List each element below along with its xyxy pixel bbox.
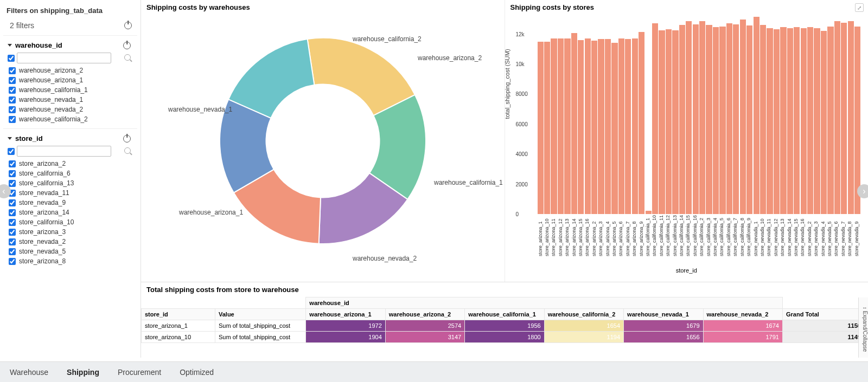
filter-item-checkbox[interactable] bbox=[9, 67, 16, 74]
bar[interactable] bbox=[686, 21, 692, 214]
filter-item[interactable]: warehouse_california_2 bbox=[5, 114, 135, 124]
filter-select-all-checkbox[interactable] bbox=[8, 148, 15, 155]
filter-select-all-checkbox[interactable] bbox=[8, 55, 15, 62]
bar[interactable] bbox=[625, 39, 631, 214]
bar[interactable] bbox=[578, 40, 584, 214]
filter-item[interactable]: store_nevada_11 bbox=[5, 188, 135, 198]
expand-chart-icon[interactable]: ⤢ bbox=[855, 3, 864, 12]
bar[interactable] bbox=[618, 38, 624, 214]
filter-item-checkbox[interactable] bbox=[9, 248, 16, 255]
filter-item[interactable]: warehouse_california_1 bbox=[5, 85, 135, 95]
bar[interactable] bbox=[666, 29, 672, 214]
bar[interactable] bbox=[652, 23, 658, 214]
filter-item-checkbox[interactable] bbox=[9, 106, 16, 113]
filter-item[interactable]: store_nevada_9 bbox=[5, 198, 135, 208]
filter-item[interactable]: store_arizona_14 bbox=[5, 208, 135, 217]
bar[interactable] bbox=[632, 38, 638, 214]
bar[interactable] bbox=[591, 41, 597, 214]
filter-item[interactable]: store_arizona_3 bbox=[5, 227, 135, 237]
filter-item-checkbox[interactable] bbox=[9, 199, 16, 206]
filter-search-input[interactable] bbox=[17, 53, 111, 63]
bar[interactable] bbox=[544, 42, 550, 214]
expand-collapse-button[interactable]: ↕ Expand/Collapse bbox=[858, 297, 868, 358]
filter-group-toggle[interactable]: store_id bbox=[8, 134, 43, 143]
dashboard-tab[interactable]: Procurement bbox=[116, 365, 163, 380]
filter-item[interactable]: warehouse_nevada_1 bbox=[5, 95, 135, 105]
pivot-col-store[interactable]: store_id bbox=[142, 309, 215, 320]
filter-item[interactable]: warehouse_arizona_1 bbox=[5, 75, 135, 85]
filter-item[interactable]: store_california_10 bbox=[5, 217, 135, 227]
bar[interactable] bbox=[754, 17, 760, 214]
filter-item[interactable]: store_california_13 bbox=[5, 178, 135, 188]
bar[interactable] bbox=[646, 211, 652, 214]
pivot-col-header[interactable]: warehouse_arizona_2 bbox=[385, 309, 464, 320]
next-page-button[interactable]: › bbox=[857, 184, 868, 198]
bar[interactable] bbox=[551, 38, 557, 214]
bar[interactable] bbox=[598, 39, 604, 214]
filter-item-checkbox[interactable] bbox=[9, 258, 16, 265]
filter-item[interactable]: warehouse_nevada_2 bbox=[5, 105, 135, 114]
filter-item[interactable]: store_california_6 bbox=[5, 169, 135, 178]
bar[interactable] bbox=[746, 25, 752, 214]
filter-item-checkbox[interactable] bbox=[9, 209, 16, 216]
bar[interactable] bbox=[827, 27, 833, 214]
bar[interactable] bbox=[834, 21, 840, 214]
bar[interactable] bbox=[659, 30, 665, 214]
filters-toggle-all-icon[interactable] bbox=[124, 22, 132, 29]
bar[interactable] bbox=[693, 24, 699, 214]
bar[interactable] bbox=[801, 28, 807, 214]
filter-item[interactable]: store_nevada_5 bbox=[5, 247, 135, 256]
filter-item-checkbox[interactable] bbox=[9, 238, 16, 245]
filter-search-input[interactable] bbox=[17, 146, 111, 157]
dashboard-tab[interactable]: Optimized bbox=[177, 365, 216, 380]
filter-group-power-icon[interactable] bbox=[123, 135, 131, 143]
dashboard-tab[interactable]: Shipping bbox=[65, 365, 101, 380]
pivot-col-header[interactable]: warehouse_california_1 bbox=[465, 309, 544, 320]
pivot-col-header[interactable]: warehouse_california_2 bbox=[544, 309, 623, 320]
filter-item-checkbox[interactable] bbox=[9, 229, 16, 236]
bar[interactable] bbox=[571, 33, 577, 214]
bar[interactable] bbox=[787, 28, 793, 214]
filter-group-power-icon[interactable] bbox=[123, 42, 131, 49]
filter-item[interactable]: store_arizona_8 bbox=[5, 256, 135, 266]
bar[interactable] bbox=[679, 25, 685, 214]
filter-item-checkbox[interactable] bbox=[9, 87, 16, 94]
filter-item-checkbox[interactable] bbox=[9, 180, 16, 187]
filter-item[interactable]: store_nevada_2 bbox=[5, 237, 135, 247]
pivot-col-header[interactable]: warehouse_nevada_1 bbox=[624, 309, 703, 320]
bar[interactable] bbox=[585, 38, 591, 214]
bar[interactable] bbox=[780, 27, 786, 214]
bar[interactable] bbox=[733, 24, 739, 214]
pivot-col-header[interactable]: warehouse_arizona_1 bbox=[306, 309, 385, 320]
bar[interactable] bbox=[639, 32, 644, 214]
filter-group-toggle[interactable]: warehouse_id bbox=[8, 41, 62, 49]
bar[interactable] bbox=[767, 28, 773, 214]
bar[interactable] bbox=[774, 29, 780, 214]
filter-item-checkbox[interactable] bbox=[9, 219, 16, 226]
filter-item-checkbox[interactable] bbox=[9, 77, 16, 84]
bar[interactable] bbox=[841, 23, 847, 214]
filter-item-checkbox[interactable] bbox=[9, 96, 16, 103]
bar[interactable] bbox=[605, 39, 611, 214]
filter-item-checkbox[interactable] bbox=[9, 160, 16, 167]
dashboard-tab[interactable]: Warehouse bbox=[8, 365, 50, 380]
bar[interactable] bbox=[699, 21, 705, 214]
bar[interactable] bbox=[794, 27, 800, 214]
bar[interactable] bbox=[558, 38, 564, 214]
bar[interactable] bbox=[611, 43, 617, 214]
bar[interactable] bbox=[807, 27, 813, 214]
pivot-col-value[interactable]: Value bbox=[215, 309, 305, 320]
bar[interactable] bbox=[713, 27, 719, 214]
bar[interactable] bbox=[726, 23, 732, 214]
bar[interactable] bbox=[740, 20, 746, 214]
bar[interactable] bbox=[672, 30, 678, 214]
filter-item-checkbox[interactable] bbox=[9, 170, 16, 177]
filter-item-checkbox[interactable] bbox=[9, 116, 16, 123]
bar[interactable] bbox=[821, 31, 827, 214]
filter-item[interactable]: store_arizona_2 bbox=[5, 159, 135, 169]
bar[interactable] bbox=[538, 42, 544, 214]
bar[interactable] bbox=[719, 27, 725, 214]
bar[interactable] bbox=[848, 21, 854, 214]
bar[interactable] bbox=[760, 25, 766, 214]
bar[interactable] bbox=[706, 25, 712, 214]
